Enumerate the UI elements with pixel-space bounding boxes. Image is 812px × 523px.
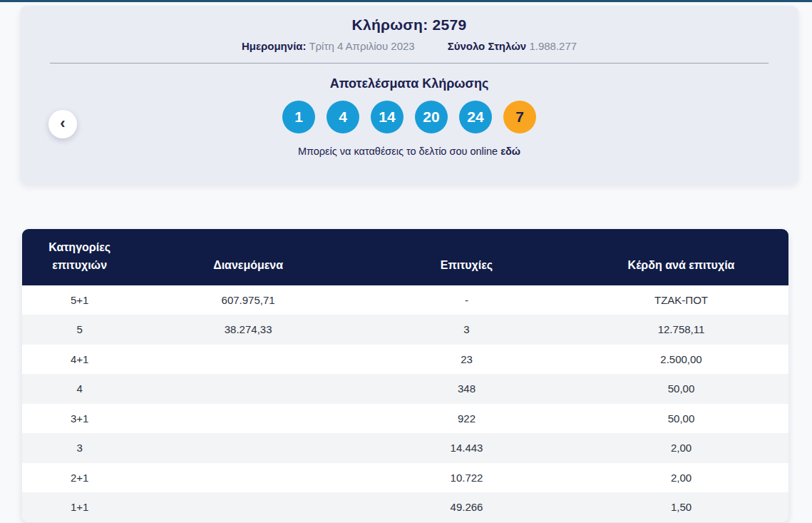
draw-date-label: Ημερομηνία: [242, 40, 307, 52]
number-ball: 1 [282, 101, 315, 133]
cell-category: 2+1 [22, 463, 137, 493]
joker-ball: 7 [503, 101, 536, 133]
results-table-body: 5+1607.975,71-ΤΖΑΚ-ΠΟΤ538.274,33312.758,… [22, 285, 788, 522]
cell-prize: 50,00 [574, 404, 788, 434]
cell-prize: 2,00 [574, 433, 788, 463]
table-row: 5+1607.975,71-ΤΖΑΚ-ΠΟΤ [22, 285, 788, 315]
cell-prize: 50,00 [574, 374, 788, 404]
cell-category: 4+1 [22, 345, 137, 375]
cell-winners: 922 [359, 404, 574, 434]
table-row: 538.274,33312.758,11 [22, 315, 788, 345]
cell-category: 3+1 [22, 404, 137, 434]
total-columns-value: 1.988.277 [529, 40, 577, 52]
winnings-table-card: Κατηγορίες επιτυχιών Διανεμόμενα Επιτυχί… [22, 229, 788, 522]
cell-category: 5 [22, 315, 137, 345]
cell-winners: 10.722 [359, 463, 574, 493]
cell-distributed [137, 492, 359, 522]
top-accent-bar [0, 0, 812, 2]
draw-date-value: Τρίτη 4 Απριλίου 2023 [309, 40, 414, 52]
header-prize-per-win: Κέρδη ανά επιτυχία [574, 229, 788, 285]
cell-prize: 1,50 [574, 492, 788, 522]
cell-distributed [137, 463, 359, 493]
cell-distributed: 607.975,71 [137, 285, 359, 315]
cell-prize: 2,00 [574, 463, 788, 493]
winning-numbers: 141420247 [20, 101, 798, 133]
cell-winners: 49.266 [359, 492, 574, 522]
cell-category: 5+1 [22, 285, 137, 315]
total-columns: Σύνολο Στηλών 1.988.277 [448, 40, 577, 52]
cell-distributed [137, 345, 359, 375]
cell-winners: 348 [359, 374, 574, 404]
cell-distributed [137, 404, 359, 434]
table-row: 3+192250,00 [22, 404, 788, 434]
winnings-table: Κατηγορίες επιτυχιών Διανεμόμενα Επιτυχί… [22, 229, 788, 522]
number-ball: 4 [327, 101, 359, 133]
cell-winners: - [359, 285, 574, 315]
table-row: 314.4432,00 [22, 433, 788, 463]
draw-title: Κλήρωση: 2579 [20, 6, 798, 34]
table-row: 4+1232.500,00 [22, 345, 788, 375]
caption-text: Μπορείς να καταθέσεις το δελτίο σου onli… [298, 146, 498, 157]
cell-winners: 14.443 [359, 433, 574, 463]
cell-prize: 12.758,11 [574, 315, 788, 345]
header-winners: Επιτυχίες [359, 229, 574, 285]
online-link[interactable]: εδώ [500, 146, 520, 157]
header-distributed: Διανεμόμενα [137, 229, 359, 285]
cell-category: 1+1 [22, 492, 137, 522]
number-ball: 20 [415, 101, 448, 133]
header-categories: Κατηγορίες επιτυχιών [22, 229, 137, 285]
table-row: 2+110.7222,00 [22, 463, 788, 493]
online-slip-caption: Μπορείς να καταθέσεις το δελτίο σου onli… [20, 146, 798, 157]
number-ball: 24 [459, 101, 492, 133]
cell-winners: 3 [359, 315, 574, 345]
cell-category: 3 [22, 433, 137, 463]
table-row: 434850,00 [22, 374, 788, 404]
cell-prize: ΤΖΑΚ-ΠΟΤ [574, 285, 788, 315]
number-ball: 14 [371, 101, 404, 133]
cell-distributed [137, 433, 359, 463]
cell-prize: 2.500,00 [574, 345, 788, 375]
cell-category: 4 [22, 374, 137, 404]
cell-distributed [137, 374, 359, 404]
cell-distributed: 38.274,33 [137, 315, 359, 345]
draw-meta-row: Ημερομηνία: Τρίτη 4 Απριλίου 2023 Σύνολο… [20, 40, 798, 52]
chevron-left-icon: ‹ [60, 116, 65, 131]
results-heading: Αποτελέσματα Κλήρωσης [20, 76, 798, 91]
cell-winners: 23 [359, 345, 574, 375]
table-row: 1+149.2661,50 [22, 492, 788, 522]
draw-date: Ημερομηνία: Τρίτη 4 Απριλίου 2023 [242, 40, 415, 52]
divider [50, 63, 769, 64]
previous-draw-button[interactable]: ‹ [48, 110, 77, 138]
table-header-row: Κατηγορίες επιτυχιών Διανεμόμενα Επιτυχί… [22, 229, 788, 285]
draw-results-card: Κλήρωση: 2579 Ημερομηνία: Τρίτη 4 Απριλί… [20, 6, 798, 184]
total-columns-label: Σύνολο Στηλών [448, 40, 527, 52]
